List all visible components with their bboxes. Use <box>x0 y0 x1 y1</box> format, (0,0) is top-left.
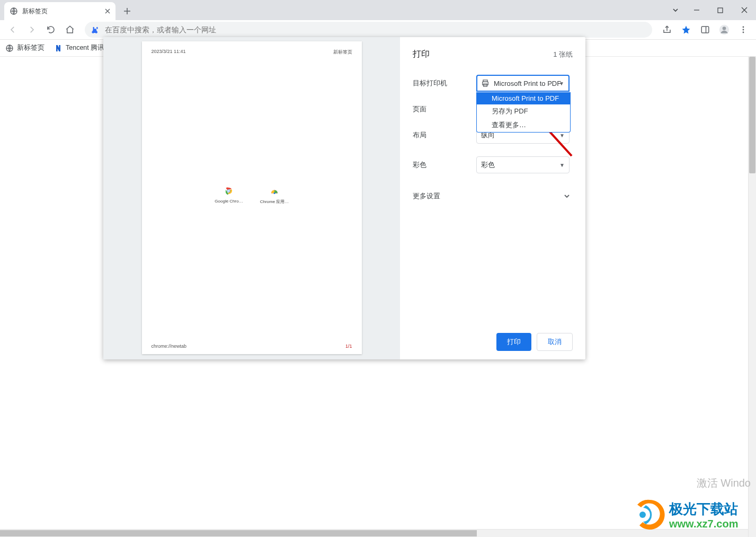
row-destination: 目标打印机 Microsoft Print to PDF ▼ Microsoft… <box>413 75 573 92</box>
caret-down-icon: ▼ <box>559 162 565 168</box>
dropdown-option[interactable]: Microsoft Print to PDF <box>477 92 570 104</box>
preview-tile: Google Chro… <box>214 186 244 205</box>
sheet-count: 1 张纸 <box>553 50 573 59</box>
tab-strip: 新标签页 <box>0 0 756 20</box>
more-settings-row[interactable]: 更多设置 <box>413 191 573 201</box>
printer-icon <box>481 79 490 87</box>
print-settings-pane: 打印 1 张纸 目标打印机 Microsoft Print to PDF ▼ M… <box>400 37 585 359</box>
more-settings-label: 更多设置 <box>413 191 440 201</box>
print-preview-pane: 2023/3/21 11:41 新标签页 Google Chro… <box>103 37 400 359</box>
preview-date: 2023/3/21 11:41 <box>152 49 186 56</box>
preview-page-number: 1/1 <box>345 344 352 349</box>
svg-rect-1 <box>718 8 723 13</box>
apps-icon <box>270 186 279 196</box>
maximize-button[interactable] <box>708 2 732 18</box>
print-dialog: 2023/3/21 11:41 新标签页 Google Chro… <box>103 37 585 359</box>
watermark-site-name: 极光下载站 <box>669 501 738 517</box>
destination-dropdown: Microsoft Print to PDF 另存为 PDF 查看更多… <box>476 92 571 133</box>
preview-tile-label: Chrome 应用… <box>260 199 289 205</box>
cancel-button[interactable]: 取消 <box>537 333 573 351</box>
share-button[interactable] <box>659 21 675 38</box>
preview-tile-label: Google Chro… <box>215 199 243 204</box>
label-pages: 页面 <box>413 104 476 114</box>
row-color: 彩色 彩色 ▼ <box>413 156 573 173</box>
color-value: 彩色 <box>481 160 495 170</box>
label-destination: 目标打印机 <box>413 78 476 88</box>
print-preview-page: 2023/3/21 11:41 新标签页 Google Chro… <box>142 41 362 354</box>
reload-button[interactable] <box>42 21 59 38</box>
activate-windows-watermark: 激活 Windo <box>697 476 751 490</box>
chrome-logo-icon <box>224 186 234 196</box>
label-color: 彩色 <box>413 160 476 170</box>
preview-title: 新标签页 <box>333 49 352 56</box>
profile-button[interactable] <box>716 21 733 38</box>
forward-button[interactable] <box>23 21 40 38</box>
bookmark-item[interactable]: Tencent 腾讯 <box>54 43 104 52</box>
svg-point-12 <box>274 192 275 194</box>
page-content: 2023/3/21 11:41 新标签页 Google Chro… <box>0 57 756 537</box>
vertical-scrollbar[interactable] <box>748 57 756 537</box>
bookmark-item[interactable]: 新标签页 <box>5 43 45 52</box>
chevron-down-icon <box>563 192 571 200</box>
window-controls <box>666 0 756 20</box>
tab-title: 新标签页 <box>22 7 48 16</box>
color-select[interactable]: 彩色 ▼ <box>476 156 570 173</box>
svg-point-4 <box>723 27 726 30</box>
label-layout: 布局 <box>413 130 476 140</box>
tab-close-icon[interactable] <box>104 7 111 15</box>
globe-icon <box>5 44 14 52</box>
svg-rect-2 <box>701 27 709 33</box>
globe-icon <box>10 7 18 15</box>
browser-tab[interactable]: 新标签页 <box>4 2 115 20</box>
svg-point-6 <box>743 29 744 31</box>
back-button[interactable] <box>4 21 21 38</box>
print-button[interactable]: 打印 <box>496 333 531 351</box>
destination-value: Microsoft Print to PDF <box>494 80 561 87</box>
tab-search-button[interactable] <box>666 2 684 18</box>
svg-point-5 <box>743 27 744 28</box>
bookmark-label: 新标签页 <box>17 43 45 52</box>
bookmark-star-icon[interactable] <box>678 21 695 38</box>
caret-down-icon: ▼ <box>559 81 564 86</box>
new-tab-button[interactable] <box>120 4 135 19</box>
watermark-site-url: www.xz7.com <box>669 518 738 530</box>
address-input[interactable] <box>105 25 646 34</box>
preview-url: chrome://newtab <box>152 344 187 349</box>
dropdown-option[interactable]: 查看更多… <box>477 118 570 132</box>
bookmark-label: Tencent 腾讯 <box>66 43 104 52</box>
address-bar[interactable] <box>85 22 652 38</box>
svg-point-7 <box>743 32 744 33</box>
dropdown-option[interactable]: 另存为 PDF <box>477 104 570 118</box>
caret-down-icon: ▼ <box>559 133 565 138</box>
home-button[interactable] <box>61 21 78 38</box>
preview-tile: Chrome 应用… <box>260 186 289 205</box>
destination-select[interactable]: Microsoft Print to PDF ▼ Microsoft Print… <box>476 75 570 92</box>
svg-point-17 <box>639 512 646 518</box>
side-panel-button[interactable] <box>697 21 714 38</box>
minimize-button[interactable] <box>684 2 708 18</box>
svg-point-11 <box>228 190 230 192</box>
print-dialog-title: 打印 <box>413 49 430 60</box>
tencent-icon <box>54 44 63 52</box>
site-watermark: 极光下载站 www.xz7.com <box>632 497 754 534</box>
baidu-icon <box>91 25 100 34</box>
kebab-menu-button[interactable] <box>735 21 752 38</box>
close-window-button[interactable] <box>732 2 756 18</box>
